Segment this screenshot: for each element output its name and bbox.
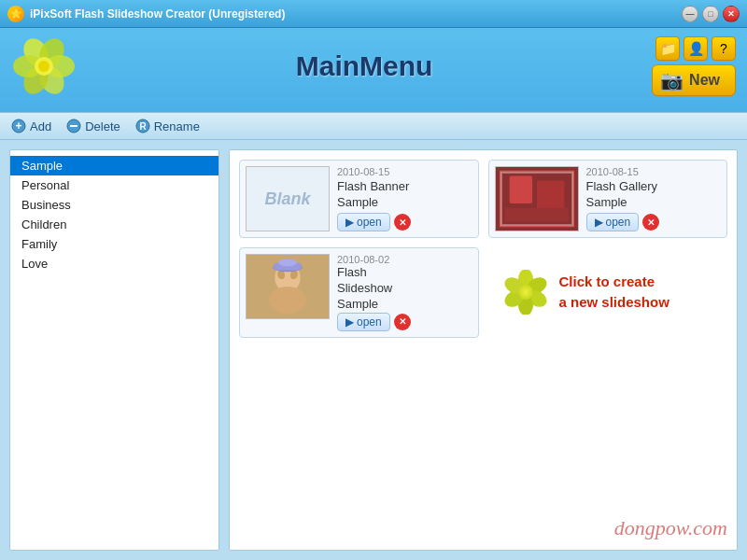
new-button[interactable]: 📷 New (652, 64, 736, 96)
logo-flower (11, 34, 77, 99)
delete-button[interactable]: Delete (66, 119, 120, 133)
svg-text:R: R (139, 121, 147, 132)
delete-button-slideshow[interactable]: ✕ (394, 314, 411, 330)
rename-icon: R (135, 119, 150, 133)
header-buttons: 📁 👤 ? 📷 New (652, 36, 736, 96)
project-actions-banner: ▶ open ✕ (337, 213, 472, 231)
app-icon: ⭐ (7, 6, 24, 22)
project-info-banner: 2010-08-15 Flash BannerSample ▶ open ✕ (337, 166, 472, 231)
new-slideshow-text: Click to create a new slideshow (559, 272, 669, 314)
sidebar-item-family[interactable]: Family (10, 234, 218, 254)
new-slideshow-line1: Click to create (559, 273, 655, 289)
add-button[interactable]: + Add (11, 119, 51, 133)
user-icon-btn[interactable]: 👤 (684, 36, 708, 61)
open-arrow-icon: ▶ (345, 216, 354, 229)
open-arrow-icon-gallery: ▶ (595, 216, 603, 229)
svg-point-21 (269, 287, 305, 314)
help-icon-btn[interactable]: ? (712, 36, 736, 61)
minimize-button[interactable]: — (682, 6, 698, 22)
project-thumbnail-slideshow (246, 254, 330, 319)
project-name-slideshow: FlashSlideshowSample (337, 265, 472, 313)
new-slideshow-icon (503, 270, 548, 315)
delete-icon (66, 119, 81, 133)
svg-point-33 (518, 285, 533, 300)
add-label: Add (30, 119, 51, 133)
open-label-slideshow: open (357, 315, 382, 329)
camera-icon: 📷 (660, 69, 684, 91)
close-button[interactable]: ✕ (723, 6, 740, 22)
header-area: MainMenu 📁 👤 ? 📷 New (0, 28, 747, 112)
project-date-slideshow: 2010-08-02 (337, 254, 472, 265)
project-actions-gallery: ▶ open ✕ (586, 213, 722, 231)
svg-text:+: + (15, 119, 21, 133)
project-card-gallery: 2010-08-15 Flash GallerySample ▶ open ✕ (488, 160, 728, 238)
title-bar-controls: — □ ✕ (682, 6, 740, 22)
app-title: MainMenu (77, 50, 652, 82)
svg-rect-17 (537, 180, 564, 212)
main-content: Sample Personal Business Children Family… (0, 140, 747, 560)
toolbar: + Add Delete R Rename (0, 112, 747, 140)
maximize-button[interactable]: □ (702, 6, 719, 22)
logo-area (11, 34, 77, 99)
sidebar-item-business[interactable]: Business (10, 195, 218, 215)
projects-area: Blank 2010-08-15 Flash BannerSample ▶ op… (229, 149, 738, 551)
top-icon-row: 📁 👤 ? (655, 36, 736, 61)
project-name-banner: Flash BannerSample (337, 179, 472, 211)
open-label-banner: open (357, 216, 382, 229)
project-date-gallery: 2010-08-15 (586, 166, 722, 177)
sidebar-item-children[interactable]: Children (10, 215, 218, 234)
svg-rect-14 (496, 167, 578, 231)
new-slideshow-line2: a new slideshow (559, 294, 669, 310)
new-button-label: New (689, 72, 720, 89)
open-button-gallery[interactable]: ▶ open (586, 213, 640, 231)
blank-label: Blank (264, 189, 310, 209)
svg-rect-18 (504, 208, 568, 222)
delete-label: Delete (85, 119, 120, 133)
sidebar-item-personal[interactable]: Personal (10, 175, 218, 195)
svg-rect-16 (509, 176, 531, 203)
svg-point-7 (38, 61, 49, 72)
project-thumbnail-banner: Blank (246, 166, 330, 231)
project-date-banner: 2010-08-15 (337, 166, 472, 177)
project-info-gallery: 2010-08-15 Flash GallerySample ▶ open ✕ (586, 166, 722, 231)
project-card-banner: Blank 2010-08-15 Flash BannerSample ▶ op… (239, 160, 479, 238)
title-bar-left: ⭐ iPixSoft Flash Slideshow Creator (Unre… (7, 6, 285, 22)
folder-icon-btn[interactable]: 📁 (655, 36, 680, 61)
add-icon: + (11, 119, 26, 133)
sidebar-item-love[interactable]: Love (10, 254, 218, 273)
new-slideshow-card[interactable]: Click to create a new slideshow (488, 247, 728, 338)
svg-rect-15 (500, 172, 572, 227)
project-actions-slideshow: ▶ open ✕ (337, 313, 472, 331)
project-name-gallery: Flash GallerySample (586, 179, 722, 211)
delete-button-gallery[interactable]: ✕ (642, 214, 659, 231)
sidebar: Sample Personal Business Children Family… (9, 149, 219, 551)
rename-button[interactable]: R Rename (135, 119, 200, 133)
window-title: iPixSoft Flash Slideshow Creator (Unregi… (30, 7, 285, 21)
project-info-slideshow: 2010-08-02 FlashSlideshowSample ▶ open ✕ (337, 254, 472, 331)
svg-rect-11 (70, 125, 78, 127)
project-thumbnail-gallery (495, 166, 579, 231)
svg-point-26 (278, 259, 297, 267)
title-bar: ⭐ iPixSoft Flash Slideshow Creator (Unre… (0, 0, 747, 28)
open-arrow-icon-slideshow: ▶ (345, 315, 354, 329)
open-button-banner[interactable]: ▶ open (337, 213, 390, 231)
open-label-gallery: open (606, 216, 631, 229)
watermark: dongpow.com (614, 516, 727, 540)
sidebar-item-sample[interactable]: Sample (10, 156, 218, 175)
open-button-slideshow[interactable]: ▶ open (337, 313, 390, 331)
rename-label: Rename (154, 119, 200, 133)
project-card-slideshow: 2010-08-02 FlashSlideshowSample ▶ open ✕ (239, 247, 479, 338)
delete-button-banner[interactable]: ✕ (394, 214, 411, 231)
